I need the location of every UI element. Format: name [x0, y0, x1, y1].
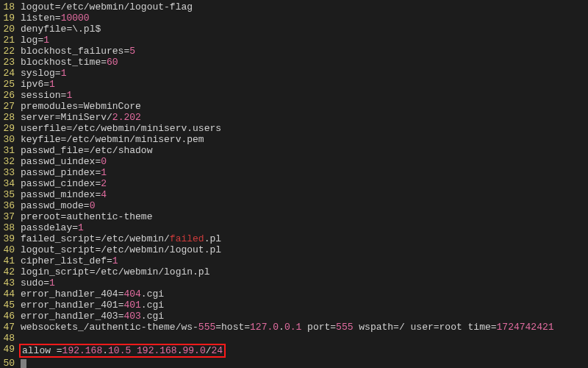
line-content: log=1: [21, 35, 588, 46]
token: =/etc/webmin/logout.pl: [95, 244, 221, 255]
line-content: error_handler_404=404.cgi: [21, 289, 588, 300]
token: passwd_mode: [21, 200, 84, 211]
token: 192.168: [137, 345, 177, 356]
token: 555: [336, 322, 353, 333]
line-number: 19: [0, 13, 21, 24]
token: =\.pl$: [66, 24, 101, 35]
line-number: 18: [0, 1, 21, 13]
token: 2: [101, 178, 107, 189]
line-content: passwd_cindex=2: [21, 178, 588, 189]
line-number: 32: [0, 156, 21, 167]
line-number: 22: [0, 46, 21, 57]
token: 4: [101, 189, 107, 200]
line-content: logout_script=/etc/webmin/logout.pl: [21, 244, 588, 255]
token: 1: [66, 90, 72, 101]
code-line: 28server=MiniServ/2.202: [0, 112, 588, 123]
code-line: 22blockhost_failures=5: [0, 46, 588, 57]
line-content: denyfile=\.pl$: [21, 24, 588, 35]
code-line: 18logout=/etc/webmin/logout-flag: [0, 1, 588, 13]
code-line: 20denyfile=\.pl$: [0, 24, 588, 35]
line-number: 24: [0, 68, 21, 79]
line-number: 47: [0, 322, 21, 333]
line-number: 45: [0, 300, 21, 311]
line-content: session=1: [21, 90, 588, 101]
code-line: 24syslog=1: [0, 68, 588, 79]
token: denyfile: [21, 24, 66, 35]
code-line: 37preroot=authentic-theme: [0, 211, 588, 222]
token: syslog: [21, 68, 55, 79]
token: =/etc/webmin/logout-flag: [55, 1, 193, 13]
token: 10000: [61, 13, 90, 24]
token: server: [21, 112, 55, 123]
token: 60: [107, 57, 118, 68]
token: =authentic-theme: [61, 211, 153, 222]
line-number: 21: [0, 35, 21, 46]
line-number: 48: [0, 333, 21, 344]
token: premodules: [21, 101, 78, 112]
token: failed: [170, 233, 204, 244]
line-number: 49: [0, 344, 21, 358]
token: 24: [212, 345, 223, 356]
token: /: [206, 345, 212, 356]
line-number: 31: [0, 145, 21, 156]
line-number: 39: [0, 233, 21, 244]
line-number: 37: [0, 211, 21, 222]
token: allow =: [22, 345, 62, 356]
line-content: premodules=WebminCore: [21, 101, 588, 112]
code-line: 38passdelay=1: [0, 222, 588, 233]
token: =/etc/shadow: [84, 145, 153, 156]
token: logout: [21, 1, 55, 13]
code-line: 45error_handler_401=401.cgi: [0, 300, 588, 311]
code-line: 26session=1: [0, 90, 588, 101]
token: log: [21, 35, 37, 46]
token: ipv6: [21, 79, 43, 90]
line-content: passwd_pindex=1: [21, 167, 588, 178]
line-number: 35: [0, 189, 21, 200]
line-number: 44: [0, 289, 21, 300]
token: keyfile: [21, 134, 61, 145]
line-number: 30: [0, 134, 21, 145]
token: port=: [301, 322, 336, 333]
code-line: 21log=1: [0, 35, 588, 46]
line-content: passwd_mode=0: [21, 200, 588, 211]
code-line: 36passwd_mode=0: [0, 200, 588, 211]
token: websockets_/authentic-theme/ws-: [21, 322, 198, 333]
line-number: 43: [0, 277, 21, 289]
code-line: 50: [0, 358, 588, 368]
line-content: preroot=authentic-theme: [21, 211, 588, 222]
code-line: 33passwd_pindex=1: [0, 167, 588, 178]
token: 127.0: [250, 322, 279, 333]
line-number: 36: [0, 200, 21, 211]
token: 1: [43, 35, 49, 46]
token: =: [55, 13, 61, 24]
token: session: [21, 90, 61, 101]
line-number: 42: [0, 266, 21, 277]
line-number: 29: [0, 123, 21, 134]
token: 1: [49, 277, 55, 289]
code-editor[interactable]: 18logout=/etc/webmin/logout-flag19listen…: [0, 0, 588, 368]
line-content: syslog=1: [21, 68, 588, 79]
token: =MiniServ/: [55, 112, 112, 123]
line-content: websockets_/authentic-theme/ws-555=host=…: [21, 322, 588, 333]
code-line: 39failed_script=/etc/webmin/failed.pl: [0, 233, 588, 244]
code-line: 46error_handler_403=403.cgi: [0, 311, 588, 322]
token: 401: [123, 300, 140, 311]
code-line: 41cipher_list_def=1: [0, 255, 588, 266]
code-line: 30keyfile=/etc/webmin/miniserv.pem: [0, 134, 588, 145]
line-content: allow =192.168.10.5 192.168.99.0/24: [21, 344, 588, 358]
line-number: 34: [0, 178, 21, 189]
token: listen: [21, 13, 55, 24]
code-line: 34passwd_cindex=2: [0, 178, 588, 189]
line-number: 28: [0, 112, 21, 123]
token: 1: [101, 167, 107, 178]
token: passdelay: [21, 222, 72, 233]
code-line: 27premodules=WebminCore: [0, 101, 588, 112]
line-number: 38: [0, 222, 21, 233]
line-content: passwd_mindex=4: [21, 189, 588, 200]
line-content: login_script=/etc/webmin/login.pl: [21, 266, 588, 277]
token: passwd_uindex: [21, 156, 95, 167]
line-content: cipher_list_def=1: [21, 255, 588, 266]
token: 5: [129, 46, 135, 57]
line-content: userfile=/etc/webmin/miniserv.users: [21, 123, 588, 134]
token: =: [43, 79, 49, 90]
